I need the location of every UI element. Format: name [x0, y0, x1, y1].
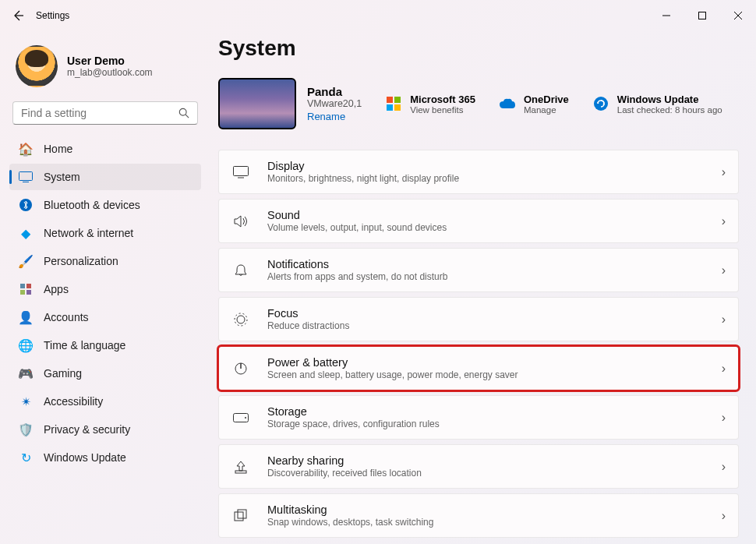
content-pane: System Panda VMware20,1 Rename Microsoft… — [210, 31, 756, 544]
wifi-icon: ◆ — [19, 226, 33, 240]
chevron-right-icon: › — [722, 362, 726, 376]
svg-rect-16 — [394, 104, 401, 111]
accessibility-icon: ✴ — [19, 394, 33, 408]
nav-time[interactable]: 🌐Time & language — [9, 332, 201, 359]
avatar — [16, 45, 58, 87]
chevron-right-icon: › — [722, 411, 726, 425]
shield-icon: 🛡️ — [19, 422, 33, 436]
card-title: Multitasking — [267, 503, 722, 516]
nav-label: Time & language — [44, 339, 125, 351]
nav-accessibility[interactable]: ✴Accessibility — [9, 388, 201, 415]
svg-rect-6 — [19, 172, 33, 181]
svg-rect-13 — [387, 97, 393, 103]
nav-gaming[interactable]: 🎮Gaming — [9, 360, 201, 387]
settings-cards: DisplayMonitors, brightness, night light… — [218, 150, 739, 538]
svg-rect-1 — [699, 12, 706, 19]
service-update[interactable]: Windows UpdateLast checked: 8 hours ago — [592, 94, 722, 115]
card-multitasking[interactable]: MultitaskingSnap windows, desktops, task… — [218, 493, 739, 538]
user-account-block[interactable]: User Demo m_lab@outlook.com — [9, 39, 201, 101]
service-name: OneDrive — [524, 94, 569, 105]
chevron-right-icon: › — [722, 214, 726, 228]
card-nearby[interactable]: Nearby sharingDiscoverability, received … — [218, 444, 739, 489]
svg-rect-11 — [20, 290, 25, 295]
back-button[interactable] — [11, 9, 25, 23]
card-desc: Monitors, brightness, night light, displ… — [267, 173, 722, 184]
svg-rect-28 — [238, 510, 246, 518]
share-icon — [231, 460, 250, 474]
maximize-button[interactable] — [684, 3, 720, 28]
minimize-button[interactable] — [648, 3, 684, 28]
gamepad-icon: 🎮 — [19, 366, 33, 380]
chevron-right-icon: › — [722, 460, 726, 474]
rename-link[interactable]: Rename — [307, 111, 345, 122]
nav-home[interactable]: 🏠Home — [9, 136, 201, 162]
card-title: Nearby sharing — [267, 454, 722, 467]
display-icon — [231, 166, 250, 178]
person-icon: 👤 — [19, 310, 33, 324]
card-title: Sound — [267, 209, 722, 221]
apps-icon — [19, 282, 33, 296]
svg-rect-18 — [234, 166, 249, 175]
svg-rect-12 — [26, 290, 31, 295]
service-action: Last checked: 8 hours ago — [617, 105, 722, 115]
device-name: Panda — [307, 85, 362, 98]
svg-rect-27 — [235, 512, 243, 521]
nav-personalization[interactable]: 🖌️Personalization — [9, 248, 201, 274]
nav-network[interactable]: ◆Network & internet — [9, 220, 201, 246]
nav-label: Network & internet — [44, 227, 133, 239]
sidebar: User Demo m_lab@outlook.com 🏠Home System… — [0, 31, 210, 544]
device-model: VMware20,1 — [307, 98, 362, 109]
search-icon — [178, 108, 189, 118]
nav-label: Personalization — [44, 255, 118, 267]
card-focus[interactable]: FocusReduce distractions › — [218, 297, 739, 341]
card-display[interactable]: DisplayMonitors, brightness, night light… — [218, 150, 739, 194]
device-row: Panda VMware20,1 Rename Microsoft 365Vie… — [218, 78, 739, 129]
service-m365[interactable]: Microsoft 365View benefits — [385, 94, 475, 115]
nav-system[interactable]: System — [9, 164, 201, 190]
nav-accounts[interactable]: 👤Accounts — [9, 304, 201, 330]
svg-rect-10 — [26, 284, 31, 288]
card-desc: Volume levels, output, input, sound devi… — [267, 222, 722, 233]
svg-point-4 — [179, 108, 186, 115]
nav-label: Accounts — [44, 311, 89, 323]
service-onedrive[interactable]: OneDriveManage — [499, 94, 569, 115]
service-action: Manage — [524, 105, 569, 115]
svg-point-20 — [237, 316, 245, 323]
close-button[interactable] — [720, 3, 756, 28]
service-action: View benefits — [410, 105, 475, 115]
card-notifications[interactable]: NotificationsAlerts from apps and system… — [218, 248, 739, 292]
device-thumbnail — [218, 78, 296, 129]
nav-privacy[interactable]: 🛡️Privacy & security — [9, 416, 201, 443]
service-name: Windows Update — [617, 94, 722, 105]
nav-label: Gaming — [44, 367, 82, 380]
search-box[interactable] — [12, 101, 198, 125]
nav-label: Accessibility — [44, 395, 103, 408]
search-input[interactable] — [21, 107, 178, 119]
svg-rect-15 — [387, 104, 393, 111]
card-sound[interactable]: SoundVolume levels, output, input, sound… — [218, 199, 739, 243]
m365-icon — [385, 95, 402, 112]
nav-update[interactable]: ↻Windows Update — [9, 444, 201, 471]
svg-line-5 — [185, 115, 189, 118]
card-desc: Reduce distractions — [267, 320, 722, 331]
nav-label: Bluetooth & devices — [44, 199, 140, 211]
nav-apps[interactable]: Apps — [9, 276, 201, 302]
sync-icon — [592, 95, 609, 112]
cloud-icon — [499, 95, 516, 112]
card-storage[interactable]: StorageStorage space, drives, configurat… — [218, 395, 739, 440]
nav-bluetooth[interactable]: Bluetooth & devices — [9, 192, 201, 218]
chevron-right-icon: › — [722, 509, 726, 523]
card-desc: Discoverability, received files location — [267, 468, 722, 479]
home-icon: 🏠 — [19, 142, 33, 156]
nav-label: System — [44, 171, 80, 183]
bluetooth-icon — [19, 198, 33, 212]
card-power[interactable]: Power & batteryScreen and sleep, battery… — [218, 346, 739, 390]
card-title: Focus — [267, 307, 722, 320]
multitask-icon — [231, 509, 250, 523]
chevron-right-icon: › — [722, 263, 726, 277]
window-title: Settings — [36, 10, 69, 21]
storage-icon — [231, 413, 250, 422]
service-name: Microsoft 365 — [410, 94, 475, 105]
svg-point-21 — [235, 313, 247, 326]
titlebar: Settings — [0, 0, 756, 31]
